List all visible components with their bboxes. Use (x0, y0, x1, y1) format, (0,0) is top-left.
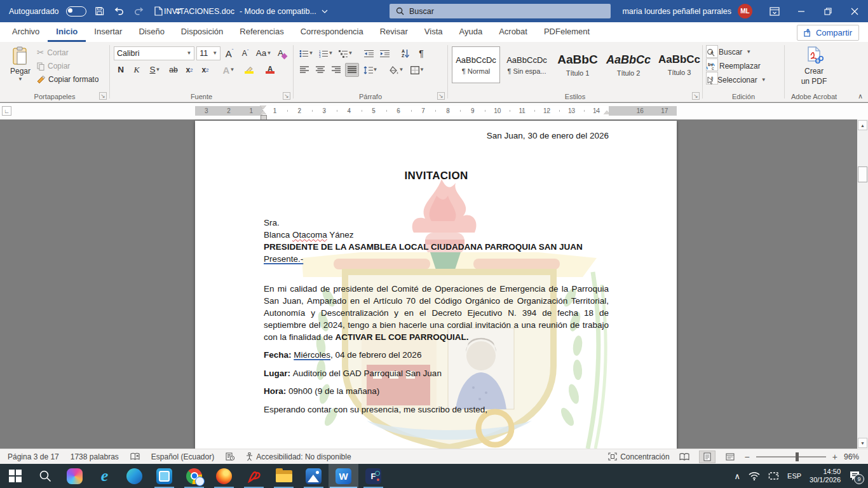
tab-acrobat[interactable]: Acrobat (491, 22, 536, 42)
paragraph-dialog-launcher-icon[interactable]: ↘ (437, 92, 445, 100)
collapse-ribbon-icon[interactable]: ∧ (858, 92, 863, 100)
copilot-button[interactable] (60, 464, 90, 488)
autosave-toggle[interactable] (66, 6, 86, 17)
bold-button[interactable]: N (114, 63, 128, 77)
first-line-indent-marker[interactable] (260, 105, 266, 109)
zoom-in-button[interactable]: + (832, 452, 837, 462)
subscript-button[interactable]: x2 (182, 63, 196, 77)
internet-explorer-button[interactable]: e (90, 464, 119, 488)
tab-referencias[interactable]: Referencias (231, 22, 292, 42)
chrome-button[interactable] (179, 464, 209, 488)
word-button[interactable]: W (329, 464, 358, 488)
tab-ayuda[interactable]: Ayuda (451, 22, 491, 42)
font-color-button[interactable]: A (261, 63, 280, 77)
shrink-font-button[interactable]: Aˇ (238, 46, 252, 60)
word-count[interactable]: 1738 palabras (71, 452, 119, 461)
style-normal[interactable]: AaBbCcDc ¶ Normal (452, 46, 500, 83)
align-center-button[interactable] (313, 63, 327, 77)
close-button[interactable] (841, 0, 868, 22)
avatar[interactable]: ML (738, 4, 752, 18)
accessibility-status[interactable]: Accesibilidad: No disponible (246, 452, 351, 461)
grow-font-button[interactable]: Aˆ (222, 46, 236, 60)
tab-correspondencia[interactable]: Correspondencia (292, 22, 372, 42)
create-pdf-button[interactable]: Crear un PDF (789, 45, 839, 87)
scroll-up-icon[interactable]: ▲ (858, 120, 867, 130)
paste-button[interactable]: Pegar ▼ (4, 45, 37, 91)
shading-button[interactable]: ▼ (387, 63, 406, 77)
outlook-button[interactable] (149, 464, 179, 488)
align-right-button[interactable] (329, 63, 343, 77)
numbering-button[interactable]: 123▼ (317, 46, 335, 60)
tab-pdfelement[interactable]: PDFelement (536, 22, 598, 42)
screen-snip-icon[interactable] (768, 471, 779, 480)
italic-button[interactable]: K (130, 63, 144, 77)
save-icon[interactable] (93, 4, 106, 18)
page-indicator[interactable]: Página 3 de 17 (8, 452, 59, 461)
search-box[interactable]: Buscar (390, 4, 611, 18)
decrease-indent-button[interactable] (362, 46, 376, 60)
replace-button[interactable]: bc Reemplazar (707, 59, 780, 73)
bullets-button[interactable]: ▼ (297, 46, 315, 60)
superscript-button[interactable]: x2 (198, 63, 212, 77)
share-button[interactable]: Compartir (797, 25, 859, 41)
zoom-slider[interactable] (756, 456, 826, 458)
title-chevron-icon[interactable] (322, 10, 328, 13)
language-indicator[interactable]: Español (Ecuador) (151, 452, 214, 461)
tab-stop-selector[interactable]: ∟ (2, 106, 11, 116)
new-document-icon[interactable] (153, 4, 165, 18)
document-content[interactable]: San Juan, 30 de enero del 2026 INVITACIO… (264, 121, 609, 416)
document-page[interactable]: San Juan, 30 de enero del 2026 INVITACIO… (195, 121, 677, 449)
line-spacing-button[interactable]: ▼ (361, 63, 380, 77)
style-sin-espaciado[interactable]: AaBbCcDc ¶ Sin espa... (503, 46, 551, 83)
pdfelement-button[interactable]: F (358, 464, 388, 488)
font-dialog-launcher-icon[interactable]: ↘ (283, 92, 290, 100)
tab-vista[interactable]: Vista (416, 22, 451, 42)
tab-archivo[interactable]: Archivo (4, 22, 48, 42)
proofing-errors-icon[interactable] (130, 452, 140, 461)
undo-icon[interactable] (113, 4, 126, 18)
format-painter-button[interactable]: Copiar formato (37, 74, 98, 85)
highlight-button[interactable] (240, 63, 259, 77)
styles-dialog-launcher-icon[interactable]: ↘ (692, 92, 700, 100)
style-titulo-1[interactable]: AaBbC Título 1 (553, 46, 602, 83)
language-button[interactable]: ESP (787, 472, 801, 480)
track-history-icon[interactable] (226, 452, 234, 461)
strikethrough-button[interactable]: ab (166, 63, 180, 77)
hidden-icons-chevron-icon[interactable]: ∧ (735, 471, 741, 481)
font-size-combo[interactable]: 11▼ (196, 46, 220, 60)
text-effects-button[interactable]: A▼ (220, 63, 238, 77)
tab-diseno[interactable]: Diseño (130, 22, 172, 42)
print-layout-button[interactable] (699, 451, 715, 463)
find-button[interactable]: Buscar▼ (707, 45, 780, 59)
tab-inicio[interactable]: Inicio (48, 22, 86, 42)
read-mode-button[interactable] (676, 451, 693, 463)
zoom-level[interactable]: 96% (844, 452, 859, 461)
edge-button[interactable] (119, 464, 149, 488)
multilevel-list-button[interactable]: ▼ (337, 46, 355, 60)
acrobat-button[interactable] (239, 464, 269, 488)
justify-button[interactable] (345, 63, 359, 77)
show-paragraph-marks-button[interactable]: ¶ (414, 46, 428, 60)
right-indent-marker[interactable] (604, 111, 610, 114)
wifi-icon[interactable] (749, 471, 760, 480)
web-layout-button[interactable] (722, 451, 738, 463)
hanging-indent-marker[interactable] (260, 111, 266, 114)
underline-button[interactable]: S▼ (146, 63, 165, 77)
clipboard-dialog-launcher-icon[interactable]: ↘ (99, 92, 107, 100)
increase-indent-button[interactable] (377, 46, 391, 60)
change-case-button[interactable]: Aa▼ (254, 46, 273, 60)
scroll-down-icon[interactable]: ▼ (858, 438, 867, 448)
minimize-button[interactable] (788, 0, 815, 22)
tab-insertar[interactable]: Insertar (86, 22, 130, 42)
vertical-scrollbar[interactable]: ▲ ▼ (857, 119, 868, 449)
sort-button[interactable]: AZ (398, 46, 412, 60)
focus-mode-button[interactable]: Concentración (608, 452, 669, 461)
clear-formatting-button[interactable]: A (275, 46, 289, 60)
start-button[interactable] (0, 464, 30, 488)
taskbar-clock[interactable]: 14:50 30/1/2026 (810, 468, 841, 484)
zoom-slider-thumb[interactable] (796, 452, 799, 461)
zoom-out-button[interactable]: − (745, 452, 750, 462)
tab-revisar[interactable]: Revisar (372, 22, 416, 42)
scrollbar-thumb[interactable] (858, 166, 867, 182)
borders-button[interactable]: ▼ (408, 63, 427, 77)
